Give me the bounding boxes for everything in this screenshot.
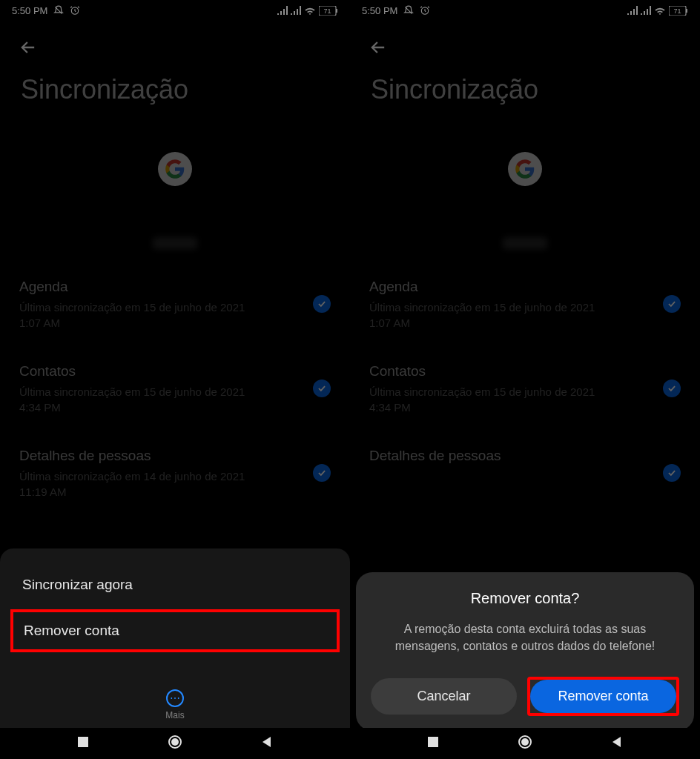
cancel-button[interactable]: Cancelar	[371, 678, 517, 715]
home-button[interactable]	[168, 735, 182, 752]
remove-account-dialog: Remover conta? A remoção desta conta exc…	[356, 572, 694, 731]
highlight-box: Remover conta	[10, 609, 340, 652]
android-navbar	[350, 728, 700, 759]
bottom-sheet-menu: Sincronizar agora Remover conta ⋯ Mais	[0, 548, 350, 731]
more-label: Mais	[165, 710, 184, 720]
svg-rect-4	[78, 737, 88, 747]
home-button[interactable]	[518, 735, 532, 752]
more-button[interactable]: ⋯ Mais	[0, 655, 350, 720]
left-phone-screen: 5:50 PM 71 Sincronização Agenda Última s…	[0, 0, 350, 759]
back-nav-button[interactable]	[610, 735, 624, 752]
sync-now-option[interactable]: Sincronizar agora	[0, 563, 350, 606]
svg-rect-11	[428, 737, 438, 747]
recents-button[interactable]	[76, 735, 90, 752]
dialog-text: A remoção desta conta excluirá todas as …	[371, 620, 679, 654]
android-navbar	[0, 728, 350, 759]
dialog-title: Remover conta?	[371, 590, 679, 607]
back-nav-button[interactable]	[260, 735, 274, 752]
right-phone-screen: 5:50 PM 71 Sincronização Agenda Última s…	[350, 0, 700, 759]
confirm-remove-button[interactable]: Remover conta	[530, 680, 676, 713]
highlight-box: Remover conta	[527, 677, 679, 716]
more-dots-icon: ⋯	[166, 689, 184, 707]
remove-account-option[interactable]: Remover conta	[13, 612, 337, 649]
svg-point-6	[171, 738, 179, 746]
recents-button[interactable]	[426, 735, 440, 752]
svg-point-13	[521, 738, 529, 746]
